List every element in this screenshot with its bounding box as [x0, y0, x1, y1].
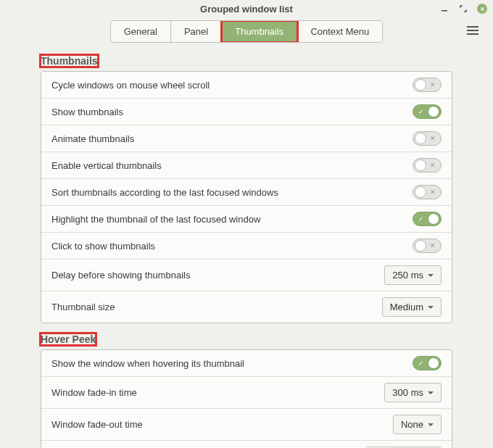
row-click: Click to show thumbnails ✕ — [41, 233, 452, 260]
label-highlight: Highlight the thumbnail of the last focu… — [51, 214, 260, 225]
row-delay: Delay before showing thumbnails 250 ms — [41, 260, 452, 291]
toggle-highlight[interactable]: ✓ — [413, 212, 442, 226]
toggle-knob — [415, 79, 426, 91]
section-title-hover-peek: Hover Peek — [41, 333, 96, 345]
label-fadeout: Window fade-out time — [51, 419, 143, 430]
row-fadein: Window fade-in time 300 ms — [41, 377, 452, 409]
dropdown-value: 300 ms — [392, 387, 423, 398]
row-size: Thumbnail size Medium — [41, 291, 452, 323]
toggle-animate[interactable]: ✕ — [413, 131, 442, 146]
toggle-knob — [428, 213, 439, 225]
dropdown-size[interactable]: Medium — [382, 297, 442, 317]
dropdown-value: 250 ms — [392, 270, 423, 281]
svg-rect-0 — [442, 10, 447, 12]
label-sort: Sort thumbnails according to the last fo… — [51, 187, 278, 198]
tab-thumbnails[interactable]: Thumbnails — [222, 21, 297, 42]
row-fadeout: Window fade-out time None — [41, 409, 452, 441]
tab-general[interactable]: General — [111, 21, 171, 42]
toggle-mark: ✕ — [430, 135, 436, 142]
hover-peek-panel: Show the window when hovering its thumbn… — [41, 349, 452, 448]
row-highlight: Highlight the thumbnail of the last focu… — [41, 206, 452, 233]
toolbar: General Panel Thumbnails Context Menu — [0, 17, 493, 45]
toggle-mark: ✕ — [430, 162, 436, 169]
toggle-knob — [428, 106, 439, 117]
thumbnails-panel: Cycle windows on mouse wheel scroll ✕ Sh… — [41, 71, 452, 323]
label-animate: Animate thumbnails — [51, 133, 134, 144]
toggle-mark: ✕ — [430, 81, 436, 88]
label-show-thumbnails: Show thumbnails — [51, 107, 123, 117]
dropdown-delay[interactable]: 250 ms — [384, 265, 442, 285]
titlebar: Grouped window list — [0, 0, 493, 17]
toggle-knob — [415, 240, 426, 252]
toggle-show-thumbnails[interactable]: ✓ — [413, 104, 442, 119]
row-animate: Animate thumbnails ✕ — [41, 125, 452, 152]
content-area: Thumbnails Cycle windows on mouse wheel … — [0, 45, 493, 448]
menu-button[interactable] — [467, 23, 481, 38]
label-size: Thumbnail size — [51, 302, 115, 312]
label-delay: Delay before showing thumbnails — [51, 270, 191, 281]
tab-panel[interactable]: Panel — [171, 21, 222, 42]
maximize-button[interactable] — [458, 4, 468, 14]
toggle-knob — [415, 186, 426, 198]
dropdown-value: None — [401, 419, 423, 430]
toggle-mark: ✕ — [430, 242, 436, 249]
minimize-button[interactable] — [439, 4, 450, 14]
chevron-down-icon — [428, 306, 434, 309]
toggle-hover-show[interactable]: ✓ — [413, 356, 442, 370]
label-cycle: Cycle windows on mouse wheel scroll — [51, 80, 210, 91]
toggle-mark: ✓ — [418, 360, 424, 367]
window-title: Grouped window list — [200, 4, 293, 14]
label-click: Click to show thumbnails — [51, 241, 155, 252]
row-show-thumbnails: Show thumbnails ✓ — [41, 99, 452, 125]
toggle-sort[interactable]: ✕ — [413, 185, 442, 199]
tabstrip: General Panel Thumbnails Context Menu — [110, 20, 384, 43]
chevron-down-icon — [428, 391, 434, 394]
toggle-mark: ✓ — [418, 108, 424, 115]
tab-context-menu[interactable]: Context Menu — [297, 21, 382, 42]
toggle-mark: ✓ — [418, 215, 424, 223]
row-vertical: Enable vertical thumbnails ✕ — [41, 152, 452, 179]
toggle-click[interactable]: ✕ — [413, 238, 442, 253]
chevron-down-icon — [428, 423, 434, 426]
toggle-knob — [415, 133, 426, 144]
row-sort: Sort thumbnails according to the last fo… — [41, 179, 452, 206]
toggle-cycle[interactable]: ✕ — [413, 78, 442, 92]
toggle-mark: ✕ — [430, 188, 436, 196]
toggle-vertical[interactable]: ✕ — [413, 158, 442, 173]
settings-window: Grouped window list General Panel Thumbn… — [0, 0, 493, 448]
window-controls — [439, 0, 487, 17]
label-vertical: Enable vertical thumbnails — [51, 160, 162, 171]
label-hover-show: Show the window when hovering its thumbn… — [51, 358, 244, 369]
dropdown-value: Medium — [390, 302, 423, 312]
chevron-down-icon — [428, 274, 434, 277]
dropdown-fadein[interactable]: 300 ms — [384, 383, 442, 402]
row-hover-show: Show the window when hovering its thumbn… — [41, 350, 452, 377]
toggle-knob — [415, 159, 426, 171]
label-fadein: Window fade-in time — [51, 387, 137, 398]
section-title-thumbnails: Thumbnails — [41, 55, 98, 67]
row-cycle: Cycle windows on mouse wheel scroll ✕ — [41, 72, 452, 99]
close-button[interactable] — [477, 4, 487, 14]
row-opacity: Window opacity (percent) − + — [41, 441, 452, 448]
toggle-knob — [428, 357, 439, 369]
dropdown-fadeout[interactable]: None — [393, 415, 442, 434]
